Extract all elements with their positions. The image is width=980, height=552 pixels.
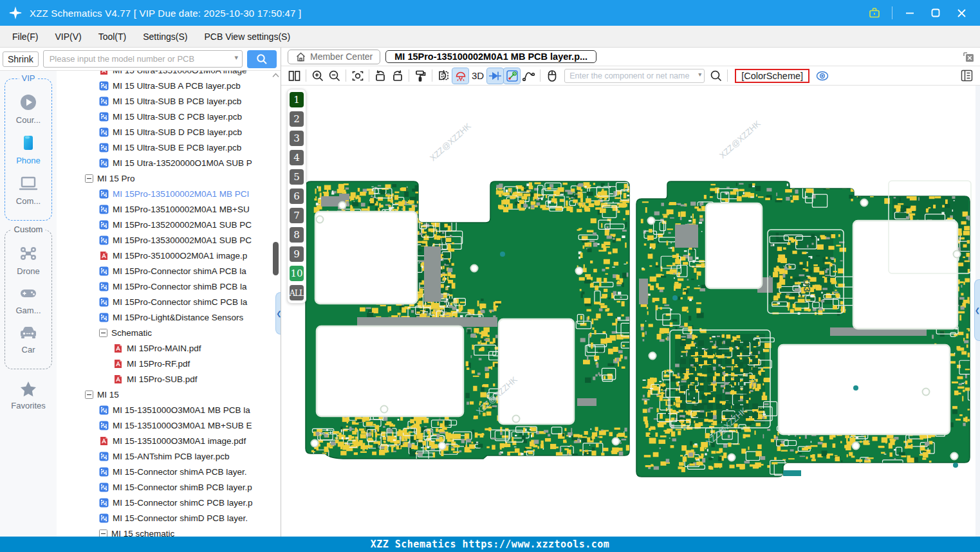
menu-item-file-f-[interactable]: File(F) (4, 26, 46, 48)
tree-file-row[interactable]: MI 15Pro-Connector shimA PCB la (57, 263, 272, 279)
rail-item-favorites[interactable]: Favorites (0, 380, 57, 410)
tree-file-row[interactable]: MI 15 Utra-13520000O1M0A SUB P (57, 155, 272, 170)
rotate-ccw-icon[interactable] (373, 68, 389, 84)
rail-item-phone[interactable]: Phone (5, 133, 51, 165)
lamp-highlight-icon[interactable] (452, 68, 468, 84)
paint-roller-icon[interactable] (412, 68, 429, 84)
layer-button-9[interactable]: 9 (290, 246, 304, 262)
pcb-canvas[interactable]: U3XZZ@XZZHKXZZ@XZZHKXZZ@XZZHKXZZ@XZZHK 1… (281, 86, 980, 537)
layer-button-10[interactable]: 10 (290, 266, 304, 281)
collapse-minus-icon[interactable] (99, 529, 107, 537)
member-center-button[interactable]: Member Center (288, 50, 380, 64)
measure-icon[interactable] (504, 68, 520, 84)
zoom-in-icon[interactable] (310, 68, 326, 84)
tree-file-row[interactable]: MI 15Pro-RF.pdf (57, 356, 272, 371)
tree-group-row[interactable]: Schematic (57, 325, 272, 340)
layer-button-3[interactable]: 3 (290, 131, 304, 146)
tree-item-label: MI 15 Ultra-SUB D PCB layer.pcb (113, 127, 242, 137)
tree-file-row[interactable]: MI 15-1351000O3M0A1 MB+SUB E (57, 418, 272, 433)
tree-file-row[interactable]: MI 15Pro-MAIN.pdf (57, 340, 272, 356)
rail-item-courses[interactable]: Cour... (5, 92, 51, 125)
center-selection-icon[interactable] (349, 68, 365, 84)
rail-item-label: Drone (17, 266, 39, 276)
tree-file-row[interactable]: MI 15-Connector shimC PCB layer.p (57, 495, 272, 510)
menu-item-vip-v-[interactable]: VIP(V) (46, 26, 89, 48)
component-search-input[interactable] (564, 69, 705, 83)
tree-group-row[interactable]: MI 15 Pro (57, 170, 272, 186)
maximize-icon[interactable] (927, 5, 944, 21)
collapse-minus-icon[interactable] (85, 174, 93, 183)
layer-button-8[interactable]: 8 (290, 227, 304, 243)
rail-item-drone[interactable]: Drone (5, 243, 51, 276)
shrink-button[interactable]: Shrink (3, 51, 39, 67)
layer-button-1[interactable]: 1 (290, 92, 304, 107)
diode-jump-icon[interactable] (487, 68, 503, 84)
layer-button-4[interactable]: 4 (290, 150, 304, 165)
eye-icon[interactable] (814, 68, 830, 84)
close-icon[interactable] (953, 5, 970, 21)
tree-file-row[interactable]: MI 15 Ultra-1351000O1M0A image (57, 71, 272, 78)
tree-file-row[interactable]: MI 15-ANTshim PCB layer.pcb (57, 448, 272, 464)
tree-file-row[interactable]: MI 15Pro-135200002M0A1 SUB PC (57, 217, 272, 232)
tree-file-row[interactable]: MI 15 Ultra-SUB D PCB layer.pcb (57, 124, 272, 140)
tree-scrollbar-thumb[interactable] (273, 242, 279, 275)
tree-file-row[interactable]: MI 15 Ultra-SUB B PCB layer.pcb (57, 93, 272, 109)
dropdown-chevron-icon[interactable]: ▾ (234, 53, 238, 62)
tree-group-row[interactable]: MI 15 schematic (57, 526, 272, 537)
tree-file-row[interactable]: MI 15-1351000O3M0A1 MB PCB la (57, 402, 272, 418)
tree-file-row[interactable]: MI 15-Connector shimB PCB layer.p (57, 479, 272, 495)
rotate-cw-icon[interactable] (389, 68, 405, 84)
pdf-file-icon (99, 251, 109, 261)
scroll-up-icon[interactable] (272, 73, 279, 78)
colorscheme-button[interactable]: [ColorScheme] (735, 69, 809, 83)
tree-file-row[interactable]: MI 15Pro-351000O2M0A1 image.p (57, 248, 272, 263)
collapse-minus-icon[interactable] (99, 329, 107, 337)
layer-button-6[interactable]: 6 (290, 189, 304, 204)
menu-item-settings-s-[interactable]: Settings(S) (134, 26, 196, 48)
menu-item-tool-t-[interactable]: Tool(T) (90, 26, 135, 48)
collapse-left-icon[interactable]: ❮ (275, 292, 281, 335)
rail-item-car[interactable]: Car (5, 323, 51, 354)
model-search-button[interactable] (247, 50, 277, 68)
collapse-minus-icon[interactable] (85, 391, 93, 399)
flip-horizontal-icon[interactable] (436, 68, 452, 84)
collapse-right-panel-icon[interactable]: ❮ (974, 279, 980, 341)
tree-file-row[interactable]: MI 15Pro-135100002M0A1 MB PCI (57, 186, 272, 201)
layer-button-all[interactable]: ALL (290, 285, 304, 300)
tree-item-label: MI 15 Pro (97, 174, 135, 183)
document-tab[interactable]: MI 15Pro-135100002M0A1 MB PCB layer.p... (385, 50, 596, 63)
vip-briefcase-icon[interactable] (866, 5, 883, 21)
zoom-out-icon[interactable] (326, 68, 342, 84)
tree-file-row[interactable]: MI 15-1351000O3M0A1 image.pdf (57, 433, 272, 448)
layer-button-7[interactable]: 7 (290, 208, 304, 223)
tree-file-row[interactable]: MI 15-Connector shimA PCB layer. (57, 464, 272, 479)
mouse-icon[interactable] (544, 68, 560, 84)
close-all-tabs-icon[interactable] (962, 51, 975, 64)
tree-file-row[interactable]: MI 15-Connector shimD PCB layer. (57, 510, 272, 526)
tree-file-row[interactable]: MI 15 Ultra-SUB C PCB layer.pcb (57, 109, 272, 124)
tree-group-row[interactable]: MI 15 (57, 387, 272, 402)
pcb-file-icon (99, 189, 109, 199)
tree-file-row[interactable]: MI 15Pro-135300002M0A1 SUB PC (57, 232, 272, 248)
curve-icon[interactable] (521, 68, 537, 84)
pcb-board-view[interactable]: U3XZZ@XZZHKXZZ@XZZHKXZZ@XZZHKXZZ@XZZHK (281, 86, 980, 536)
layer-button-2[interactable]: 2 (290, 111, 304, 127)
rail-item-computer[interactable]: Com... (5, 173, 51, 206)
tree-file-row[interactable]: MI 15Pro-Light&Distance Sensors (57, 309, 272, 325)
tree-file-row[interactable]: MI 15Pro-Connector shimC PCB la (57, 294, 272, 309)
tree-file-row[interactable]: MI 15Pro-Connector shimB PCB la (57, 279, 272, 294)
tree-file-row[interactable]: MI 15Pro-135100002M0A1 MB+SU (57, 201, 272, 217)
layer-button-5[interactable]: 5 (290, 169, 304, 185)
dropdown-chevron-icon[interactable]: ▾ (698, 71, 701, 78)
model-search-input[interactable] (43, 50, 243, 68)
tree-file-row[interactable]: MI 15 Ultra-SUB A PCB layer.pcb (57, 78, 272, 93)
tree-file-row[interactable]: MI 15Pro-SUB.pdf (57, 371, 272, 387)
search-icon[interactable] (708, 68, 724, 84)
rail-item-game[interactable]: Gam... (5, 284, 51, 315)
split-view-icon[interactable] (286, 68, 302, 84)
panel-toggle-icon[interactable] (960, 69, 974, 82)
minimize-icon[interactable] (901, 5, 918, 21)
3d-view-button[interactable]: 3D (469, 70, 486, 81)
tree-file-row[interactable]: MI 15 Ultra-SUB E PCB layer.pcb (57, 140, 272, 155)
menu-item-pcb-view-settings-s-[interactable]: PCB View settings(S) (196, 26, 299, 48)
